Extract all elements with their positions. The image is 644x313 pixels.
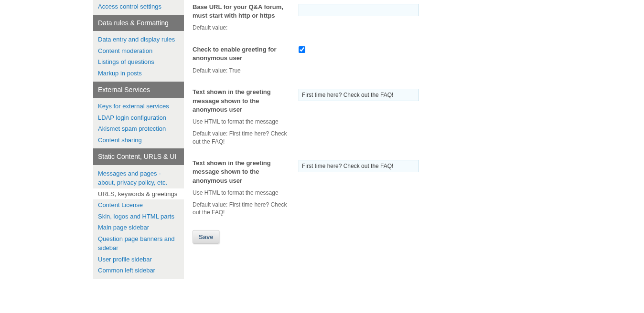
sidebar-item-content-license[interactable]: Content License — [93, 199, 184, 211]
setting-default: Default value: First time here? Check ou… — [193, 201, 293, 217]
setting-label: Text shown in the greeting message shown… — [193, 159, 293, 185]
sidebar-item-content-sharing[interactable]: Content sharing — [93, 135, 184, 146]
save-button[interactable]: Save — [193, 230, 219, 244]
sidebar-section-static-content: Static Content, URLS & UI — [93, 148, 184, 165]
setting-default: Default value: First time here? Check ou… — [193, 130, 293, 146]
sidebar-item-akismet[interactable]: Akismet spam protection — [93, 123, 184, 135]
sidebar-item-access-control[interactable]: Access control settings — [93, 0, 184, 15]
sidebar-item-content-moderation[interactable]: Content moderation — [93, 45, 184, 57]
setting-base-url: Base URL for your Q&A forum, must start … — [193, 3, 514, 32]
enable-greeting-checkbox[interactable] — [299, 46, 305, 53]
greeting-text-input-2[interactable] — [299, 160, 419, 172]
sidebar-item-main-sidebar[interactable]: Main page sidebar — [93, 222, 184, 233]
setting-greeting-text-2: Text shown in the greeting message shown… — [193, 159, 514, 217]
setting-default: Default value: True — [193, 67, 293, 75]
sidebar-item-listings-questions[interactable]: Listings of questions — [93, 56, 184, 68]
greeting-text-input-1[interactable] — [299, 89, 419, 101]
setting-greeting-text-1: Text shown in the greeting message shown… — [193, 88, 514, 146]
sidebar-item-question-banners[interactable]: Question page banners and sidebar — [93, 233, 184, 254]
sidebar-item-user-profile-sidebar[interactable]: User profile sidebar — [93, 254, 184, 265]
setting-label: Text shown in the greeting message shown… — [193, 88, 293, 114]
sidebar-item-data-entry[interactable]: Data entry and display rules — [93, 34, 184, 45]
sidebar-item-common-left-sidebar[interactable]: Common left sidebar — [93, 265, 184, 276]
sidebar-item-skin-logos[interactable]: Skin, logos and HTML parts — [93, 211, 184, 222]
setting-enable-greeting: Check to enable greeting for anonymous u… — [193, 45, 514, 74]
sidebar-item-messages-pages[interactable]: Messages and pages - about, privacy poli… — [93, 168, 184, 188]
setting-default: Default value: — [193, 24, 293, 32]
sidebar-section-data-rules: Data rules & Formatting — [93, 15, 184, 31]
sidebar-item-keys-external[interactable]: Keys for external services — [93, 101, 184, 112]
setting-label: Check to enable greeting for anonymous u… — [193, 45, 293, 63]
setting-label: Base URL for your Q&A forum, must start … — [193, 3, 293, 20]
base-url-input[interactable] — [299, 4, 419, 16]
sidebar-item-markup-posts[interactable]: Markup in posts — [93, 68, 184, 79]
sidebar-item-urls-keywords[interactable]: URLS, keywords & greetings — [93, 188, 184, 200]
setting-help: Use HTML to format the message — [193, 118, 293, 126]
setting-help: Use HTML to format the message — [193, 189, 293, 197]
settings-sidebar: Access control settings Data rules & For… — [93, 0, 184, 279]
settings-panel: Base URL for your Q&A forum, must start … — [184, 0, 514, 279]
sidebar-item-ldap[interactable]: LDAP login configuration — [93, 112, 184, 124]
sidebar-section-external-services: External Services — [93, 82, 184, 98]
